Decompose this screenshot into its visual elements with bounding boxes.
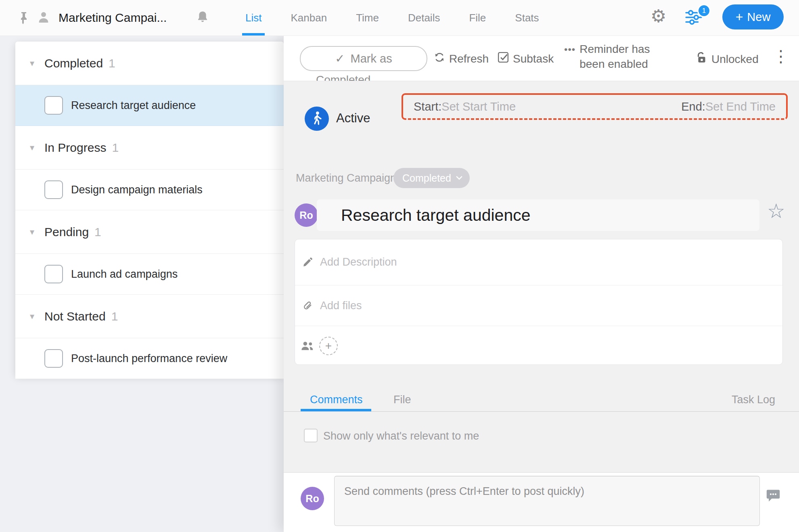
section-count: 1 bbox=[94, 225, 101, 239]
end-time-field[interactable]: End:Set End Time bbox=[681, 100, 776, 113]
check-icon: ✓ bbox=[335, 52, 345, 65]
task-content-area: Marketing Campaign Launch Completed Ro R… bbox=[284, 155, 799, 472]
task-row-post-launch-performance-review[interactable]: Post-launch performance review bbox=[15, 338, 284, 379]
task-title: Research target audience bbox=[341, 206, 531, 225]
section-header-pending[interactable]: ▾ Pending 1 bbox=[15, 210, 284, 253]
section-header-not-started[interactable]: ▾ Not Started 1 bbox=[15, 295, 284, 338]
description-files-card: Add Description Add files + bbox=[295, 239, 783, 365]
collapse-triangle-icon[interactable]: ▾ bbox=[30, 227, 38, 237]
task-checkbox[interactable] bbox=[44, 265, 63, 283]
project-title[interactable]: Marketing Campai... bbox=[59, 11, 167, 25]
files-row[interactable]: Add files bbox=[295, 285, 782, 326]
subtask-check-icon bbox=[498, 52, 509, 66]
section-header-in-progress[interactable]: ▾ In Progress 1 bbox=[15, 126, 284, 169]
description-row[interactable]: Add Description bbox=[295, 239, 782, 285]
tab-file[interactable]: File bbox=[393, 394, 411, 406]
assignees-row: + bbox=[295, 326, 782, 365]
lock-open-icon bbox=[696, 52, 707, 67]
assignee-avatar[interactable]: Ro bbox=[295, 203, 318, 227]
plus-icon: + bbox=[325, 339, 332, 352]
tabs-divider bbox=[284, 411, 799, 412]
collapse-triangle-icon[interactable]: ▾ bbox=[30, 58, 38, 69]
tab-list[interactable]: List bbox=[245, 0, 261, 36]
relevant-checkbox[interactable] bbox=[304, 429, 318, 442]
status-band: Active Start:Set Start Time End:Set End … bbox=[284, 81, 799, 156]
section-count: 1 bbox=[111, 310, 118, 323]
clipped-scrolled-row: Completed bbox=[284, 75, 799, 81]
mark-as-button[interactable]: ✓ Mark as bbox=[300, 46, 427, 71]
tab-task-log[interactable]: Task Log bbox=[732, 394, 775, 406]
kebab-menu-icon[interactable]: ⋮ bbox=[773, 47, 789, 65]
comment-placeholder: Send comments (press Ctrl+Enter to post … bbox=[335, 476, 759, 498]
paperclip-icon bbox=[302, 300, 313, 311]
new-button[interactable]: + New bbox=[722, 4, 784, 29]
task-row-design-campaign-materials[interactable]: Design campaign materials bbox=[15, 169, 284, 210]
ellipsis-icon: ••• bbox=[564, 44, 575, 55]
task-detail-panel: ✓ Mark as Refresh Subtask ••• Reminder h… bbox=[284, 36, 799, 532]
task-checkbox[interactable] bbox=[44, 96, 63, 115]
add-assignee-button[interactable]: + bbox=[319, 337, 338, 355]
view-tabs: List Kanban Time Details File Stats bbox=[245, 0, 539, 36]
task-row-research-target-audience[interactable]: Research target audience bbox=[15, 85, 284, 126]
section-header-completed[interactable]: ▾ Completed 1 bbox=[15, 42, 284, 85]
people-icon bbox=[301, 340, 314, 351]
task-list-panel: ▾ Completed 1 Research target audience ▾… bbox=[15, 42, 284, 376]
chevron-down-icon bbox=[456, 174, 462, 182]
tab-comments[interactable]: Comments bbox=[310, 394, 363, 406]
status-pill-dropdown[interactable]: Completed bbox=[393, 168, 470, 188]
comment-composer-section: Ro Send comments (press Ctrl+Enter to po… bbox=[284, 472, 799, 532]
reminder-button[interactable]: ••• Reminder has been enabled bbox=[564, 42, 676, 71]
task-checkbox[interactable] bbox=[44, 349, 63, 368]
member-icon[interactable] bbox=[37, 10, 50, 25]
task-title-field[interactable]: Research target audience bbox=[317, 199, 759, 231]
detail-toolbar: ✓ Mark as Refresh Subtask ••• Reminder h… bbox=[284, 36, 799, 75]
tab-stats[interactable]: Stats bbox=[515, 0, 539, 36]
chat-bubble-icon[interactable] bbox=[766, 489, 780, 504]
tab-file[interactable]: File bbox=[469, 0, 486, 36]
collapse-triangle-icon[interactable]: ▾ bbox=[30, 311, 38, 322]
subtask-button[interactable]: Subtask bbox=[498, 52, 554, 66]
tab-time[interactable]: Time bbox=[356, 0, 379, 36]
refresh-icon bbox=[434, 52, 445, 66]
filter-count-badge: 1 bbox=[697, 4, 711, 17]
active-status-label: Active bbox=[336, 111, 370, 126]
tab-kanban[interactable]: Kanban bbox=[291, 0, 327, 36]
collapse-triangle-icon[interactable]: ▾ bbox=[30, 142, 38, 153]
gear-icon[interactable]: ⚙ bbox=[650, 6, 666, 26]
start-end-time-bar[interactable]: Start:Set Start Time End:Set End Time bbox=[402, 93, 788, 120]
task-row-launch-ad-campaigns[interactable]: Launch ad campaigns bbox=[15, 253, 284, 295]
top-bar: Marketing Campai... List Kanban Time Det… bbox=[0, 0, 799, 36]
comment-input[interactable]: Send comments (press Ctrl+Enter to post … bbox=[334, 476, 760, 526]
refresh-button[interactable]: Refresh bbox=[434, 52, 489, 66]
section-count: 1 bbox=[109, 57, 115, 70]
task-checkbox[interactable] bbox=[44, 180, 63, 199]
star-icon[interactable]: ☆ bbox=[767, 200, 785, 222]
section-count: 1 bbox=[112, 141, 119, 155]
relevant-checkbox-label: Show only what's relevant to me bbox=[323, 430, 479, 442]
pencil-icon bbox=[302, 257, 313, 268]
tab-details[interactable]: Details bbox=[408, 0, 440, 36]
pin-icon[interactable] bbox=[19, 11, 29, 26]
unlocked-button[interactable]: Unlocked bbox=[696, 52, 759, 67]
active-status-icon bbox=[305, 107, 329, 131]
bell-icon[interactable] bbox=[197, 10, 209, 25]
plus-icon: + bbox=[736, 10, 743, 25]
start-time-field[interactable]: Start:Set Start Time bbox=[414, 100, 516, 113]
current-user-avatar: Ro bbox=[301, 487, 324, 510]
